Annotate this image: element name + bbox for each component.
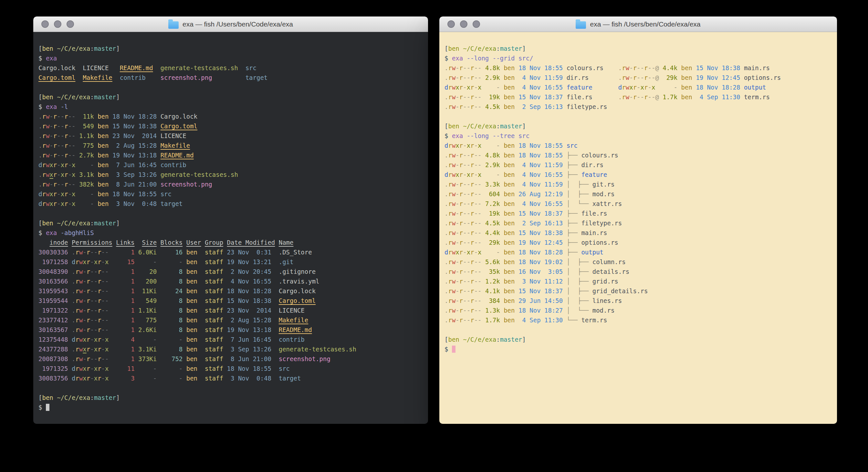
terminal-line: .rw-r--r-- 4.5k ben 2 Sep 16:13 filetype… bbox=[444, 102, 832, 112]
terminal-line: 1971322 .rw-r--r-- 1 1.1Ki 8 ben staff 2… bbox=[38, 305, 423, 315]
terminal-line: .rw-r--r-- 775 ben 2 Aug 15:28 Makefile bbox=[38, 141, 423, 150]
terminal-line: .rw-r--r-- 384 ben 29 Jun 14:50 │ ├── li… bbox=[444, 296, 832, 305]
terminal-line: .rw-r--r-- 4.1k ben 15 Nov 18:37 │ ├── g… bbox=[444, 286, 832, 296]
terminal-line: drwxr-xr-x - ben 18 Nov 18:55 src bbox=[38, 189, 423, 199]
minimize-button[interactable] bbox=[54, 20, 61, 28]
terminal-line: .rw-r--r-- 4.8k ben 18 Nov 18:55 ├── col… bbox=[444, 150, 832, 160]
window-title: exa — fish /Users/ben/Code/exa/exa bbox=[590, 20, 700, 28]
title-area: exa — fish /Users/ben/Code/exa/exa bbox=[168, 20, 293, 29]
terminal-line: 24377288 .rwxr-xr-x 1 3.1Ki 8 ben staff … bbox=[38, 344, 423, 354]
terminal-line: .rw-r--r-- 2.9k ben 4 Nov 11:59 dir.rs .… bbox=[444, 73, 832, 83]
terminal-line: .rw-r--r-- 35k ben 16 Nov 3:05 │ ├── det… bbox=[444, 267, 832, 276]
terminal-line: .rw-r--r-- 2.7k ben 19 Nov 13:18 README.… bbox=[38, 150, 423, 160]
terminal-line: drwxr-xr-x - ben 4 Nov 16:55 feature drw… bbox=[444, 83, 832, 92]
terminal-window-light: exa — fish /Users/ben/Code/exa/exa [ben … bbox=[439, 17, 837, 424]
terminal-line: 30163567 .rw-r--r-- 1 2.6Ki 8 ben staff … bbox=[38, 325, 423, 334]
terminal-line: inode Permissions Links Size Blocks User… bbox=[38, 238, 423, 247]
terminal-line bbox=[444, 325, 832, 334]
terminal-line: $ exa -l bbox=[38, 102, 423, 112]
terminal-line: [ben ~/C/e/exa:master] bbox=[444, 43, 832, 53]
terminal-line: .rw-r--r-- 549 ben 15 Nov 18:38 Cargo.to… bbox=[38, 121, 423, 131]
terminal-line: .rw-r--r-- 382k ben 8 Jun 21:00 screensh… bbox=[38, 179, 423, 189]
terminal-line: .rw-r--r-- 4.5k ben 2 Sep 16:13 ├── file… bbox=[444, 218, 832, 228]
folder-icon bbox=[168, 21, 179, 29]
terminal-line: $ exa bbox=[38, 53, 423, 63]
terminal-line: Cargo.toml Makefile contrib screenshot.p… bbox=[38, 73, 423, 83]
terminal-line: $ bbox=[444, 344, 832, 354]
terminal-line: 31959544 .rw-r--r-- 1 549 8 ben staff 15… bbox=[38, 296, 423, 305]
terminal-line: 31959543 .rw-r--r-- 1 11Ki 24 ben staff … bbox=[38, 286, 423, 296]
terminal-line: [ben ~/C/e/exa:master] bbox=[444, 334, 832, 344]
terminal-line: .rw-r--r-- 4.8k ben 18 Nov 18:55 colours… bbox=[444, 63, 832, 73]
minimize-button[interactable] bbox=[460, 20, 467, 28]
terminal-line: 30030336 .rw-r--r-- 1 6.0Ki 16 ben staff… bbox=[38, 247, 423, 257]
terminal-screen[interactable]: [ben ~/C/e/exa:master]$ exaCargo.lock LI… bbox=[33, 32, 428, 424]
terminal-line: .rw-r--r-- 2.9k ben 4 Nov 11:59 ├── dir.… bbox=[444, 160, 832, 170]
terminal-line: drwxr-xr-x - ben 18 Nov 18:55 src bbox=[444, 141, 832, 150]
terminal-line: [ben ~/C/e/exa:master] bbox=[444, 121, 832, 131]
terminal-line: $ exa -abghHliS bbox=[38, 228, 423, 238]
titlebar[interactable]: exa — fish /Users/ben/Code/exa/exa bbox=[439, 17, 837, 32]
window-controls bbox=[447, 17, 480, 32]
terminal-line: Cargo.lock LICENCE README.md generate-te… bbox=[38, 63, 423, 73]
terminal-line: .rw-r--r-- 1.7k ben 4 Sep 11:30 └── term… bbox=[444, 315, 832, 325]
terminal-line bbox=[38, 383, 423, 393]
terminal-line: 1971258 drwxr-xr-x 15 - - ben staff 19 N… bbox=[38, 257, 423, 267]
close-button[interactable] bbox=[41, 20, 49, 28]
desktop: { "windows": { "left": { "title": "exa —… bbox=[0, 0, 868, 472]
text-cursor bbox=[46, 404, 50, 411]
terminal-screen[interactable]: [ben ~/C/e/exa:master]$ exa --long --gri… bbox=[439, 32, 837, 424]
terminal-line: .rw-r--r-- 604 ben 26 Aug 12:19 │ ├── mo… bbox=[444, 189, 832, 199]
terminal-line: 30048390 .rw-r--r-- 1 20 8 ben staff 2 N… bbox=[38, 267, 423, 276]
terminal-line: .rw-r--r-- 29k ben 19 Nov 12:45 ├── opti… bbox=[444, 238, 832, 247]
window-controls bbox=[41, 17, 74, 32]
terminal-line: .rwxr-xr-x 3.1k ben 3 Sep 13:26 generate… bbox=[38, 170, 423, 179]
terminal-line: [ben ~/C/e/exa:master] bbox=[38, 218, 423, 228]
terminal-line: .rw-r--r-- 1.3k ben 18 Nov 18:27 │ └── m… bbox=[444, 305, 832, 315]
terminal-line: .rw-r--r-- 19k ben 15 Nov 18:37 file.rs … bbox=[444, 92, 832, 102]
terminal-window-dark: exa — fish /Users/ben/Code/exa/exa [ben … bbox=[33, 17, 428, 424]
terminal-line: [ben ~/C/e/exa:master] bbox=[38, 43, 423, 53]
titlebar[interactable]: exa — fish /Users/ben/Code/exa/exa bbox=[33, 17, 428, 32]
terminal-line: 20087308 .rw-r--r-- 1 373Ki 752 ben staf… bbox=[38, 354, 423, 364]
terminal-line bbox=[38, 208, 423, 218]
window-title: exa — fish /Users/ben/Code/exa/exa bbox=[183, 20, 293, 28]
folder-icon bbox=[576, 21, 586, 29]
terminal-line: .rw-r--r-- 1.1k ben 23 Nov 2014 LICENCE bbox=[38, 131, 423, 141]
zoom-button[interactable] bbox=[66, 20, 74, 28]
terminal-line: $ bbox=[38, 403, 423, 412]
close-button[interactable] bbox=[447, 20, 455, 28]
terminal-line: 30083756 drwxr-xr-x 3 - - ben staff 3 No… bbox=[38, 374, 423, 383]
terminal-line: 23377412 .rw-r--r-- 1 775 8 ben staff 2 … bbox=[38, 315, 423, 325]
terminal-line: .rw-r--r-- 19k ben 15 Nov 18:37 ├── file… bbox=[444, 208, 832, 218]
terminal-line: .rw-r--r-- 3.3k ben 4 Nov 11:59 │ ├── gi… bbox=[444, 179, 832, 189]
terminal-line: .rw-r--r-- 11k ben 18 Nov 18:28 Cargo.lo… bbox=[38, 112, 423, 121]
terminal-line: [ben ~/C/e/exa:master] bbox=[38, 92, 423, 102]
terminal-line: drwxr-xr-x - ben 4 Nov 16:55 ├── feature bbox=[444, 170, 832, 179]
terminal-line: $ exa --long --grid src/ bbox=[444, 53, 832, 63]
terminal-line: .rw-r--r-- 7.2k ben 4 Nov 16:55 │ └── xa… bbox=[444, 199, 832, 208]
terminal-line: .rw-r--r-- 5.6k ben 18 Nov 19:02 │ ├── c… bbox=[444, 257, 832, 267]
terminal-line: drwxr-xr-x - ben 18 Nov 18:28 ├── output bbox=[444, 247, 832, 257]
zoom-button[interactable] bbox=[473, 20, 480, 28]
terminal-line: 30163566 .rw-r--r-- 1 200 8 ben staff 4 … bbox=[38, 276, 423, 286]
terminal-line: $ exa --long --tree src bbox=[444, 131, 832, 141]
terminal-line: .rw-r--r-- 1.2k ben 3 Nov 11:12 │ ├── gr… bbox=[444, 276, 832, 286]
terminal-line: 1971325 drwxr-xr-x 11 - - ben staff 18 N… bbox=[38, 364, 423, 374]
terminal-line: [ben ~/C/e/exa:master] bbox=[38, 393, 423, 403]
title-area: exa — fish /Users/ben/Code/exa/exa bbox=[576, 20, 700, 29]
terminal-line: 12375448 drwxr-xr-x 4 - - ben staff 7 Ju… bbox=[38, 334, 423, 344]
terminal-line bbox=[38, 83, 423, 92]
terminal-line bbox=[444, 112, 832, 121]
text-cursor bbox=[452, 346, 456, 353]
terminal-line: drwxr-xr-x - ben 3 Nov 0:48 target bbox=[38, 199, 423, 208]
terminal-line: drwxr-xr-x - ben 7 Jun 16:45 contrib bbox=[38, 160, 423, 170]
terminal-line: .rw-r--r-- 4.4k ben 15 Nov 18:38 ├── mai… bbox=[444, 228, 832, 238]
